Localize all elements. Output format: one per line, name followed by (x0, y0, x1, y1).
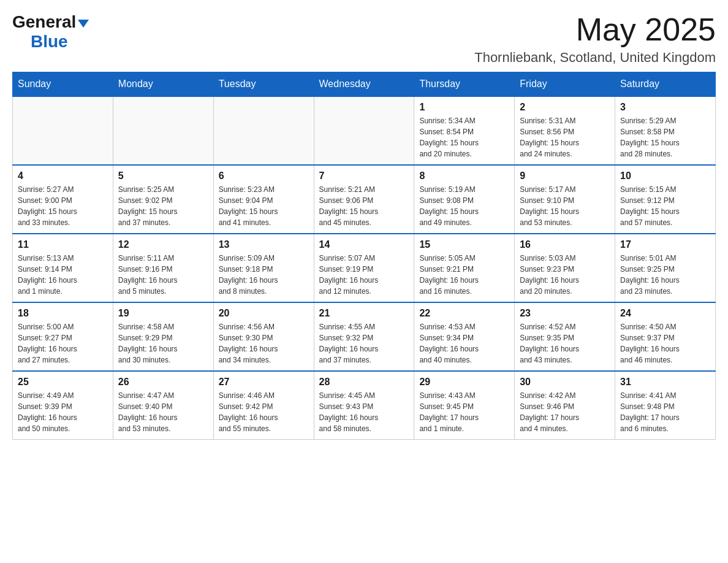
calendar-cell: 11Sunrise: 5:13 AM Sunset: 9:14 PM Dayli… (13, 234, 113, 302)
calendar-cell (314, 96, 414, 165)
day-info: Sunrise: 4:56 AM Sunset: 9:30 PM Dayligh… (219, 321, 309, 366)
month-title: May 2025 (474, 12, 716, 47)
day-info: Sunrise: 4:53 AM Sunset: 9:34 PM Dayligh… (419, 321, 509, 366)
day-number: 22 (419, 308, 509, 319)
calendar-cell: 13Sunrise: 5:09 AM Sunset: 9:18 PM Dayli… (213, 234, 314, 302)
day-info: Sunrise: 4:50 AM Sunset: 9:37 PM Dayligh… (620, 321, 710, 366)
calendar-cell: 7Sunrise: 5:21 AM Sunset: 9:06 PM Daylig… (314, 165, 414, 234)
day-number: 3 (620, 102, 710, 113)
title-block: May 2025 Thornliebank, Scotland, United … (474, 12, 716, 66)
calendar-cell: 22Sunrise: 4:53 AM Sunset: 9:34 PM Dayli… (414, 302, 515, 371)
calendar-cell: 19Sunrise: 4:58 AM Sunset: 9:29 PM Dayli… (113, 302, 213, 371)
day-number: 11 (18, 239, 108, 250)
calendar-cell: 6Sunrise: 5:23 AM Sunset: 9:04 PM Daylig… (213, 165, 314, 234)
week-row-2: 4Sunrise: 5:27 AM Sunset: 9:00 PM Daylig… (13, 165, 716, 234)
day-number: 17 (620, 239, 710, 250)
calendar-cell: 31Sunrise: 4:41 AM Sunset: 9:48 PM Dayli… (615, 371, 716, 440)
calendar-cell: 9Sunrise: 5:17 AM Sunset: 9:10 PM Daylig… (515, 165, 615, 234)
day-number: 7 (319, 170, 409, 182)
week-row-5: 25Sunrise: 4:49 AM Sunset: 9:39 PM Dayli… (13, 371, 716, 440)
week-row-4: 18Sunrise: 5:00 AM Sunset: 9:27 PM Dayli… (13, 302, 716, 371)
column-header-thursday: Thursday (414, 72, 515, 97)
calendar-cell: 24Sunrise: 4:50 AM Sunset: 9:37 PM Dayli… (615, 302, 716, 371)
day-info: Sunrise: 5:29 AM Sunset: 8:58 PM Dayligh… (620, 115, 710, 159)
day-info: Sunrise: 5:34 AM Sunset: 8:54 PM Dayligh… (419, 115, 509, 159)
calendar-cell: 5Sunrise: 5:25 AM Sunset: 9:02 PM Daylig… (113, 165, 213, 234)
calendar-header-row: SundayMondayTuesdayWednesdayThursdayFrid… (13, 72, 716, 97)
day-number: 30 (520, 377, 610, 388)
day-number: 12 (118, 239, 208, 250)
day-number: 10 (620, 170, 710, 182)
calendar-cell: 26Sunrise: 4:47 AM Sunset: 9:40 PM Dayli… (113, 371, 213, 440)
calendar-cell: 16Sunrise: 5:03 AM Sunset: 9:23 PM Dayli… (515, 234, 615, 302)
day-info: Sunrise: 4:45 AM Sunset: 9:43 PM Dayligh… (319, 390, 409, 434)
logo: General Blue (12, 12, 89, 52)
page-header: General Blue May 2025 Thornliebank, Scot… (12, 12, 716, 66)
calendar-cell (113, 96, 213, 165)
day-info: Sunrise: 5:11 AM Sunset: 9:16 PM Dayligh… (118, 253, 208, 297)
day-number: 18 (18, 308, 108, 319)
day-info: Sunrise: 4:49 AM Sunset: 9:39 PM Dayligh… (18, 390, 108, 434)
day-number: 2 (520, 102, 610, 113)
day-number: 25 (18, 377, 108, 388)
day-number: 13 (219, 239, 309, 250)
calendar-cell: 8Sunrise: 5:19 AM Sunset: 9:08 PM Daylig… (414, 165, 515, 234)
calendar-cell (213, 96, 314, 165)
logo-blue-text: Blue (12, 32, 68, 51)
day-info: Sunrise: 5:25 AM Sunset: 9:02 PM Dayligh… (118, 184, 208, 228)
day-info: Sunrise: 5:27 AM Sunset: 9:00 PM Dayligh… (18, 184, 108, 228)
calendar-cell: 29Sunrise: 4:43 AM Sunset: 9:45 PM Dayli… (414, 371, 515, 440)
day-number: 9 (520, 170, 610, 182)
day-info: Sunrise: 4:47 AM Sunset: 9:40 PM Dayligh… (118, 390, 208, 434)
day-info: Sunrise: 5:13 AM Sunset: 9:14 PM Dayligh… (18, 253, 108, 297)
day-number: 23 (520, 308, 610, 319)
calendar-cell: 2Sunrise: 5:31 AM Sunset: 8:56 PM Daylig… (515, 96, 615, 165)
day-info: Sunrise: 4:42 AM Sunset: 9:46 PM Dayligh… (520, 390, 610, 434)
column-header-monday: Monday (113, 72, 213, 97)
calendar-cell: 1Sunrise: 5:34 AM Sunset: 8:54 PM Daylig… (414, 96, 515, 165)
column-header-sunday: Sunday (13, 72, 113, 97)
calendar-table: SundayMondayTuesdayWednesdayThursdayFrid… (12, 72, 716, 440)
day-number: 31 (620, 377, 710, 388)
location-title: Thornliebank, Scotland, United Kingdom (474, 50, 716, 66)
day-info: Sunrise: 5:00 AM Sunset: 9:27 PM Dayligh… (18, 321, 108, 366)
day-info: Sunrise: 4:52 AM Sunset: 9:35 PM Dayligh… (520, 321, 610, 366)
day-info: Sunrise: 4:43 AM Sunset: 9:45 PM Dayligh… (419, 390, 509, 434)
calendar-cell: 4Sunrise: 5:27 AM Sunset: 9:00 PM Daylig… (13, 165, 113, 234)
day-info: Sunrise: 5:07 AM Sunset: 9:19 PM Dayligh… (319, 253, 409, 297)
day-number: 28 (319, 377, 409, 388)
calendar-cell: 10Sunrise: 5:15 AM Sunset: 9:12 PM Dayli… (615, 165, 716, 234)
day-info: Sunrise: 4:58 AM Sunset: 9:29 PM Dayligh… (118, 321, 208, 366)
day-number: 1 (419, 102, 509, 113)
day-info: Sunrise: 5:05 AM Sunset: 9:21 PM Dayligh… (419, 253, 509, 297)
day-info: Sunrise: 5:19 AM Sunset: 9:08 PM Dayligh… (419, 184, 509, 228)
day-info: Sunrise: 5:03 AM Sunset: 9:23 PM Dayligh… (520, 253, 610, 297)
day-number: 19 (118, 308, 208, 319)
day-number: 21 (319, 308, 409, 319)
day-number: 16 (520, 239, 610, 250)
day-number: 6 (219, 170, 309, 182)
column-header-saturday: Saturday (615, 72, 716, 97)
day-number: 5 (118, 170, 208, 182)
day-number: 26 (118, 377, 208, 388)
day-info: Sunrise: 5:09 AM Sunset: 9:18 PM Dayligh… (219, 253, 309, 297)
day-info: Sunrise: 5:17 AM Sunset: 9:10 PM Dayligh… (520, 184, 610, 228)
day-info: Sunrise: 5:01 AM Sunset: 9:25 PM Dayligh… (620, 253, 710, 297)
calendar-cell: 12Sunrise: 5:11 AM Sunset: 9:16 PM Dayli… (113, 234, 213, 302)
calendar-cell: 23Sunrise: 4:52 AM Sunset: 9:35 PM Dayli… (515, 302, 615, 371)
calendar-cell: 28Sunrise: 4:45 AM Sunset: 9:43 PM Dayli… (314, 371, 414, 440)
day-info: Sunrise: 5:15 AM Sunset: 9:12 PM Dayligh… (620, 184, 710, 228)
day-number: 8 (419, 170, 509, 182)
column-header-wednesday: Wednesday (314, 72, 414, 97)
day-info: Sunrise: 5:21 AM Sunset: 9:06 PM Dayligh… (319, 184, 409, 228)
day-number: 27 (219, 377, 309, 388)
calendar-cell: 3Sunrise: 5:29 AM Sunset: 8:58 PM Daylig… (615, 96, 716, 165)
calendar-cell: 17Sunrise: 5:01 AM Sunset: 9:25 PM Dayli… (615, 234, 716, 302)
day-number: 14 (319, 239, 409, 250)
column-header-tuesday: Tuesday (213, 72, 314, 97)
column-header-friday: Friday (515, 72, 615, 97)
logo-general-text: General (12, 12, 76, 32)
week-row-1: 1Sunrise: 5:34 AM Sunset: 8:54 PM Daylig… (13, 96, 716, 165)
calendar-cell: 20Sunrise: 4:56 AM Sunset: 9:30 PM Dayli… (213, 302, 314, 371)
day-info: Sunrise: 4:41 AM Sunset: 9:48 PM Dayligh… (620, 390, 710, 434)
